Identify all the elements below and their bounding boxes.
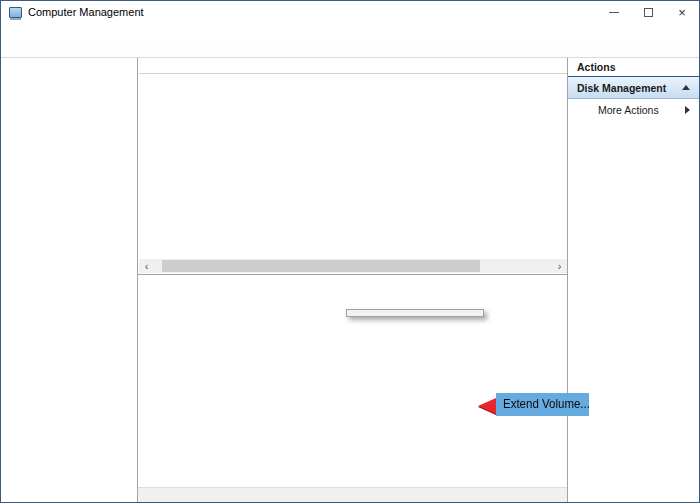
minimize-button[interactable] (597, 1, 631, 23)
window-title: Computer Management (28, 6, 144, 18)
volume-list: ‹ › (139, 58, 567, 274)
more-actions-item[interactable]: More Actions (568, 99, 699, 120)
maximize-button[interactable] (631, 1, 665, 23)
scrollbar-thumb[interactable] (162, 260, 480, 272)
actions-header: Actions (568, 58, 699, 77)
toolbar (1, 40, 699, 58)
partition-context-menu (346, 309, 484, 317)
scrollbar-track[interactable] (154, 259, 552, 273)
actions-section-disk-management[interactable]: Disk Management (568, 77, 699, 99)
actions-section-label: Disk Management (577, 82, 666, 94)
scroll-left-icon[interactable]: ‹ (139, 259, 154, 273)
actions-pane: Actions Disk Management More Actions (567, 58, 699, 502)
app-icon (9, 7, 22, 18)
callout-arrow-icon (478, 398, 496, 414)
close-button[interactable]: × (665, 1, 699, 23)
bottom-strip (138, 487, 567, 502)
volume-list-hscrollbar[interactable]: ‹ › (139, 259, 567, 273)
scroll-right-icon[interactable]: › (552, 259, 567, 273)
submenu-arrow-icon (685, 106, 690, 114)
callout-label: Extend Volume... (496, 393, 589, 416)
volume-list-header (139, 58, 567, 74)
computer-management-window: Computer Management × ‹ › (0, 0, 700, 503)
menu-bar (1, 23, 699, 40)
collapse-icon[interactable] (682, 85, 690, 90)
console-tree-pane (1, 58, 138, 502)
more-actions-label: More Actions (598, 104, 659, 116)
disk-management-pane: ‹ › (138, 58, 567, 502)
title-bar: Computer Management × (1, 1, 699, 23)
